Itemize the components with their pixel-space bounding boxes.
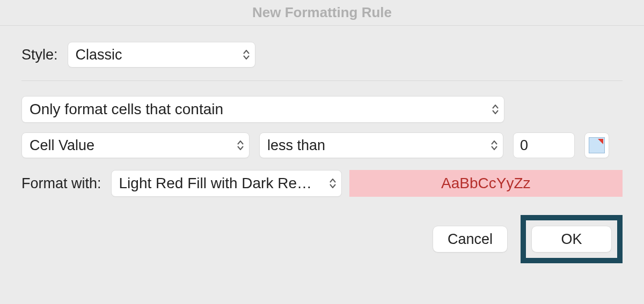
dialog-content: Style: Classic Only format cells that co… — [0, 26, 644, 263]
cell-value-text: Cell Value — [30, 137, 94, 154]
threshold-input[interactable] — [513, 132, 575, 158]
format-with-label: Format with: — [21, 175, 101, 192]
format-select[interactable]: Light Red Fill with Dark Red T... — [111, 170, 342, 197]
sort-icon — [491, 140, 497, 150]
ok-button[interactable]: OK — [531, 226, 612, 253]
rule-type-value: Only format cells that contain — [30, 101, 223, 118]
operator-text: less than — [267, 137, 325, 154]
format-with-row: Format with: Light Red Fill with Dark Re… — [21, 170, 623, 197]
preview-sample-text: AaBbCcYyZz — [441, 175, 531, 192]
title-bar: New Formatting Rule — [0, 0, 644, 26]
format-select-value: Light Red Fill with Dark Red T... — [119, 175, 318, 192]
dialog-buttons: Cancel OK — [21, 215, 623, 263]
sort-icon — [237, 140, 244, 150]
cancel-button[interactable]: Cancel — [433, 226, 508, 253]
rule-type-row: Only format cells that contain — [21, 96, 623, 123]
sort-icon — [492, 105, 499, 114]
condition-row: Cell Value less than — [21, 132, 623, 158]
range-picker-button[interactable] — [584, 132, 609, 158]
style-label: Style: — [21, 47, 58, 63]
style-row: Style: Classic — [21, 42, 623, 68]
format-preview: AaBbCcYyZz — [349, 170, 623, 197]
rule-type-select[interactable]: Only format cells that contain — [21, 96, 504, 123]
divider — [21, 80, 623, 81]
ok-button-highlight: OK — [521, 215, 623, 263]
operator-select[interactable]: less than — [259, 132, 503, 158]
cell-value-select[interactable]: Cell Value — [21, 132, 250, 158]
ok-button-label: OK — [561, 231, 582, 248]
sort-icon — [243, 50, 250, 60]
cancel-button-label: Cancel — [448, 231, 493, 248]
sort-icon — [330, 179, 336, 188]
window-title: New Formatting Rule — [252, 4, 392, 21]
range-picker-icon — [589, 137, 605, 153]
style-select-value: Classic — [76, 47, 122, 63]
style-select[interactable]: Classic — [68, 42, 255, 68]
